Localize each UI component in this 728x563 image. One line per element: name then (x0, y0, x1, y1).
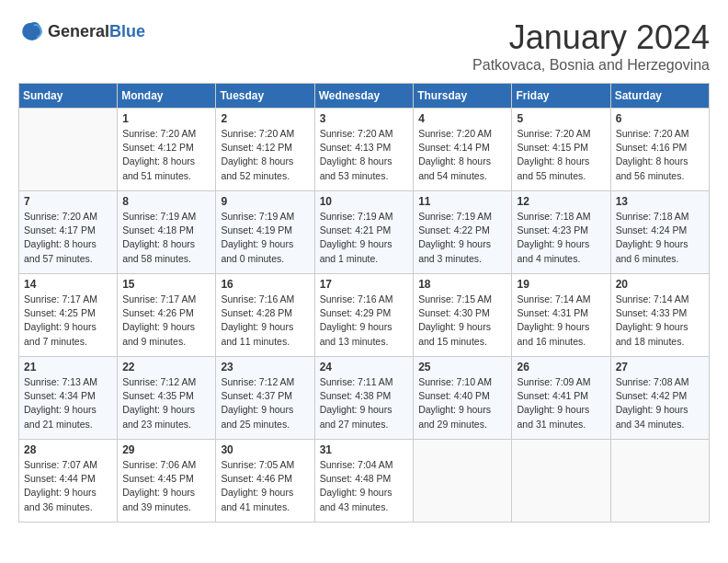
table-row: 1 Sunrise: 7:20 AMSunset: 4:12 PMDayligh… (118, 109, 216, 191)
day-number: 26 (517, 361, 605, 373)
table-row: 8 Sunrise: 7:19 AMSunset: 4:18 PMDayligh… (118, 191, 216, 274)
day-info: Sunrise: 7:20 AMSunset: 4:12 PMDaylight:… (221, 127, 309, 183)
table-row: 25 Sunrise: 7:10 AMSunset: 4:40 PMDaylig… (414, 357, 512, 440)
day-info: Sunrise: 7:18 AMSunset: 4:24 PMDaylight:… (616, 210, 704, 266)
day-number: 7 (24, 195, 112, 208)
calendar-week-row: 14 Sunrise: 7:17 AMSunset: 4:25 PMDaylig… (19, 274, 710, 357)
day-number: 27 (616, 361, 704, 373)
table-row: 23 Sunrise: 7:12 AMSunset: 4:37 PMDaylig… (216, 357, 314, 440)
day-number: 8 (122, 195, 210, 208)
table-row: 13 Sunrise: 7:18 AMSunset: 4:24 PMDaylig… (610, 191, 709, 274)
day-info: Sunrise: 7:04 AMSunset: 4:48 PMDaylight:… (320, 458, 409, 514)
table-row: 26 Sunrise: 7:09 AMSunset: 4:41 PMDaylig… (512, 357, 610, 440)
day-info: Sunrise: 7:19 AMSunset: 4:19 PMDaylight:… (221, 210, 309, 266)
table-row: 24 Sunrise: 7:11 AMSunset: 4:38 PMDaylig… (314, 357, 414, 440)
day-info: Sunrise: 7:07 AMSunset: 4:44 PMDaylight:… (24, 458, 112, 514)
day-info: Sunrise: 7:17 AMSunset: 4:25 PMDaylight:… (24, 293, 112, 349)
header-saturday: Saturday (610, 84, 709, 109)
day-number: 21 (24, 361, 112, 373)
day-info: Sunrise: 7:15 AMSunset: 4:30 PMDaylight:… (418, 293, 506, 349)
day-number: 9 (221, 195, 309, 208)
logo: GeneralBlue (18, 18, 145, 44)
day-number: 11 (418, 195, 506, 208)
day-number: 17 (320, 278, 409, 291)
day-info: Sunrise: 7:12 AMSunset: 4:35 PMDaylight:… (122, 375, 210, 431)
header-thursday: Thursday (414, 84, 512, 109)
day-number: 4 (418, 112, 506, 125)
logo-icon (18, 18, 44, 44)
header-monday: Monday (118, 84, 216, 109)
table-row: 21 Sunrise: 7:13 AMSunset: 4:34 PMDaylig… (19, 357, 118, 440)
header-tuesday: Tuesday (216, 84, 314, 109)
day-number: 22 (122, 361, 210, 373)
day-info: Sunrise: 7:20 AMSunset: 4:13 PMDaylight:… (320, 127, 409, 183)
calendar-week-row: 28 Sunrise: 7:07 AMSunset: 4:44 PMDaylig… (19, 440, 710, 523)
calendar-week-row: 1 Sunrise: 7:20 AMSunset: 4:12 PMDayligh… (19, 109, 710, 191)
day-number: 3 (320, 112, 409, 125)
logo-text: GeneralBlue (48, 22, 145, 41)
day-info: Sunrise: 7:06 AMSunset: 4:45 PMDaylight:… (122, 458, 210, 514)
table-row (610, 440, 709, 523)
table-row (19, 109, 118, 191)
table-row: 22 Sunrise: 7:12 AMSunset: 4:35 PMDaylig… (118, 357, 216, 440)
day-number: 5 (517, 112, 605, 125)
table-row: 10 Sunrise: 7:19 AMSunset: 4:21 PMDaylig… (314, 191, 414, 274)
day-info: Sunrise: 7:20 AMSunset: 4:14 PMDaylight:… (418, 127, 506, 183)
table-row: 15 Sunrise: 7:17 AMSunset: 4:26 PMDaylig… (118, 274, 216, 357)
calendar-week-row: 21 Sunrise: 7:13 AMSunset: 4:34 PMDaylig… (19, 357, 710, 440)
header-friday: Friday (512, 84, 610, 109)
day-info: Sunrise: 7:14 AMSunset: 4:33 PMDaylight:… (616, 293, 704, 349)
table-row: 12 Sunrise: 7:18 AMSunset: 4:23 PMDaylig… (512, 191, 610, 274)
day-info: Sunrise: 7:20 AMSunset: 4:12 PMDaylight:… (122, 127, 210, 183)
day-number: 6 (616, 112, 704, 125)
table-row: 14 Sunrise: 7:17 AMSunset: 4:25 PMDaylig… (19, 274, 118, 357)
day-info: Sunrise: 7:19 AMSunset: 4:18 PMDaylight:… (122, 210, 210, 266)
day-info: Sunrise: 7:12 AMSunset: 4:37 PMDaylight:… (221, 375, 309, 431)
table-row: 16 Sunrise: 7:16 AMSunset: 4:28 PMDaylig… (216, 274, 314, 357)
day-info: Sunrise: 7:08 AMSunset: 4:42 PMDaylight:… (616, 375, 704, 431)
day-number: 16 (221, 278, 309, 291)
day-info: Sunrise: 7:10 AMSunset: 4:40 PMDaylight:… (418, 375, 506, 431)
table-row: 19 Sunrise: 7:14 AMSunset: 4:31 PMDaylig… (512, 274, 610, 357)
day-info: Sunrise: 7:20 AMSunset: 4:17 PMDaylight:… (24, 210, 112, 266)
table-row: 28 Sunrise: 7:07 AMSunset: 4:44 PMDaylig… (19, 440, 118, 523)
table-row: 7 Sunrise: 7:20 AMSunset: 4:17 PMDayligh… (19, 191, 118, 274)
day-number: 13 (616, 195, 704, 208)
day-info: Sunrise: 7:05 AMSunset: 4:46 PMDaylight:… (221, 458, 309, 514)
day-number: 1 (122, 112, 210, 125)
title-location: Patkovaca, Bosnia and Herzegovina (472, 57, 710, 74)
day-number: 24 (320, 361, 409, 373)
day-info: Sunrise: 7:11 AMSunset: 4:38 PMDaylight:… (320, 375, 409, 431)
day-number: 20 (616, 278, 704, 291)
day-info: Sunrise: 7:17 AMSunset: 4:26 PMDaylight:… (122, 293, 210, 349)
table-row: 18 Sunrise: 7:15 AMSunset: 4:30 PMDaylig… (414, 274, 512, 357)
calendar-header-row: Sunday Monday Tuesday Wednesday Thursday… (19, 84, 710, 109)
table-row: 17 Sunrise: 7:16 AMSunset: 4:29 PMDaylig… (314, 274, 414, 357)
day-number: 28 (24, 443, 112, 456)
day-number: 31 (320, 443, 409, 456)
table-row (512, 440, 610, 523)
table-row: 6 Sunrise: 7:20 AMSunset: 4:16 PMDayligh… (610, 109, 709, 191)
day-number: 23 (221, 361, 309, 373)
table-row: 11 Sunrise: 7:19 AMSunset: 4:22 PMDaylig… (414, 191, 512, 274)
table-row: 31 Sunrise: 7:04 AMSunset: 4:48 PMDaylig… (314, 440, 414, 523)
table-row: 29 Sunrise: 7:06 AMSunset: 4:45 PMDaylig… (118, 440, 216, 523)
day-info: Sunrise: 7:19 AMSunset: 4:22 PMDaylight:… (418, 210, 506, 266)
calendar-table: Sunday Monday Tuesday Wednesday Thursday… (18, 83, 710, 523)
day-info: Sunrise: 7:16 AMSunset: 4:28 PMDaylight:… (221, 293, 309, 349)
title-month: January 2024 (472, 18, 710, 57)
table-row: 5 Sunrise: 7:20 AMSunset: 4:15 PMDayligh… (512, 109, 610, 191)
day-number: 14 (24, 278, 112, 291)
day-info: Sunrise: 7:19 AMSunset: 4:21 PMDaylight:… (320, 210, 409, 266)
day-info: Sunrise: 7:20 AMSunset: 4:15 PMDaylight:… (517, 127, 605, 183)
table-row: 30 Sunrise: 7:05 AMSunset: 4:46 PMDaylig… (216, 440, 314, 523)
day-info: Sunrise: 7:20 AMSunset: 4:16 PMDaylight:… (616, 127, 704, 183)
day-number: 25 (418, 361, 506, 373)
day-number: 2 (221, 112, 309, 125)
table-row: 2 Sunrise: 7:20 AMSunset: 4:12 PMDayligh… (216, 109, 314, 191)
table-row: 4 Sunrise: 7:20 AMSunset: 4:14 PMDayligh… (414, 109, 512, 191)
header-wednesday: Wednesday (314, 84, 414, 109)
table-row: 9 Sunrise: 7:19 AMSunset: 4:19 PMDayligh… (216, 191, 314, 274)
table-row (414, 440, 512, 523)
header-sunday: Sunday (19, 84, 118, 109)
